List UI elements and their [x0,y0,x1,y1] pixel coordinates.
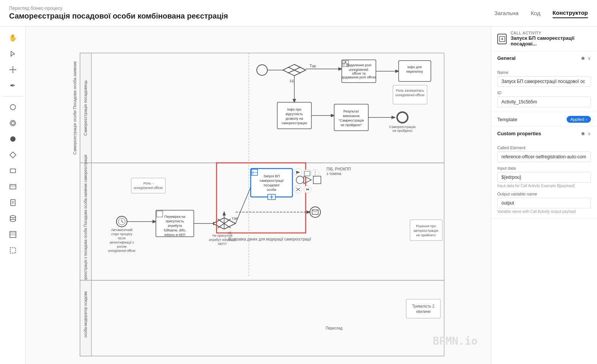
svg-line-141 [312,210,315,212]
svg-rect-151 [406,299,440,318]
svg-text:BPMN.io: BPMN.io [433,335,478,347]
general-title: General [497,55,515,61]
svg-text:ні: ні [228,230,231,235]
hand-tool-button[interactable]: ✋ [5,31,21,45]
svg-point-51 [345,61,346,63]
svg-rect-16 [10,184,16,189]
svg-point-10 [10,105,16,110]
svg-text:перелогіну: перелогіну [406,70,423,73]
svg-rect-15 [10,169,16,173]
svg-point-11 [10,120,16,126]
svg-text:Перегляд: Перегляд [326,326,343,330]
svg-rect-111 [251,169,292,197]
svg-text:Самореєстрація посадовець: Самореєстрація посадовець [83,80,88,136]
svg-text:Відправка даних для модерації : Відправка даних для модерації саморєєстр… [228,237,311,241]
svg-text:unregistered-officer: unregistered-officer [108,249,135,253]
svg-marker-135 [304,176,311,184]
custom-props-body: Called Element Input data Input data for… [491,140,597,218]
svg-text:посадової: посадової [264,183,280,187]
svg-text:Перевірка на: Перевірка на [165,215,185,219]
svg-text:Результат: Результат [344,109,359,113]
diamond-button[interactable] [5,148,21,162]
called-element-label: Called Element [497,145,591,150]
svg-point-12 [11,122,14,125]
svg-text:Самореєстрація з посадова особ: Самореєстрація з посадова особа Посадова… [83,155,88,288]
svg-text:Саморєестрація особи Посадова : Саморєестрація особи Посадова особа-заяв… [72,61,77,155]
svg-text:хвилини: хвилини [416,309,430,314]
cursor-tool-button[interactable] [5,47,21,61]
svg-text:з токена: з токена [327,172,341,176]
name-input[interactable] [497,76,591,87]
circle-small-button[interactable] [5,100,21,114]
svg-text:старт процесу: старт процесу [111,232,132,236]
app-header: Перегляд бізнес-процесу Самореєстрація п… [0,0,597,27]
template-badge-text: Applied [570,117,584,122]
svg-text:атрибута: атрибута [168,224,182,228]
document-button[interactable] [5,196,21,209]
custom-props-section: Custom properties ∨ Called Element Input… [491,127,597,219]
svg-text:дозволу на: дозволу на [286,117,303,120]
custom-props-title: Custom properties [497,131,541,136]
svg-text:відсутність: відсутність [286,112,303,116]
svg-point-13 [10,136,16,142]
circle-filled-button[interactable] [5,132,21,146]
id-label: ID [497,91,591,95]
svg-line-0 [11,51,15,54]
custom-props-dot [581,132,584,135]
db-button[interactable] [5,212,21,225]
id-input[interactable] [497,97,591,107]
svg-text:Запуск БП: Запуск БП [263,174,280,178]
nav-general[interactable]: Загальна [494,8,518,18]
dashed-rect-button[interactable] [5,244,21,257]
svg-text:після: після [118,236,126,240]
move-tool-button[interactable] [5,63,21,77]
section-header-left: General [497,55,515,61]
svg-text:Ні: Ні [290,79,294,83]
svg-rect-29 [10,248,16,253]
svg-rect-37 [80,280,444,356]
pool-button[interactable] [5,228,21,241]
svg-line-142 [315,210,318,212]
svg-text:роллю: роллю [117,245,127,248]
left-toolbar: ✋ ✒ [0,27,26,364]
general-section-body: Name ID [491,65,597,112]
task-button[interactable] [5,180,21,194]
svg-text:КЕП?: КЕП? [218,242,227,246]
svg-text:Так: Так [309,64,316,68]
nav-constructor[interactable]: Конструктор [553,8,588,18]
svg-marker-7 [16,69,16,70]
toolbar-divider-1 [3,96,23,97]
pen-tool-button[interactable]: ✒ [5,79,21,92]
svg-text:Роль -: Роль - [143,181,153,185]
svg-text:особи: особи [267,188,277,192]
rect-button[interactable] [5,164,21,178]
svg-point-134 [296,176,304,184]
svg-text:особа-модератор осадова: особа-модератор осадова [83,291,88,337]
svg-text:unregistered-officer: unregistered-officer [134,186,163,190]
template-badge[interactable]: Applied › [567,116,591,123]
output-variable-hint: Variable name with Call Activity output … [497,209,591,214]
input-data-input[interactable] [497,172,591,183]
svg-text:саморєєстрації: саморєєстрації [259,179,284,183]
name-label: Name [497,70,591,75]
circle-double-button[interactable] [5,116,21,130]
svg-text:присутність: присутність [166,219,184,223]
svg-text:Тривалість 2: Тривалість 2 [412,304,435,308]
svg-text:Роль залишилась: Роль залишилась [396,89,424,92]
page-title: Самореєстрація посадової особи комбінова… [9,12,228,20]
general-section-header[interactable]: General ∨ [491,52,597,65]
called-element-input[interactable] [497,152,591,162]
svg-text:unregistered-: unregistered- [349,68,369,72]
svg-text:авторєєстрацію: авторєєстрацію [413,229,438,233]
nav-code[interactable]: Код [531,8,540,18]
svg-text:"Самреєстрація: "Самреєстрація [339,119,364,122]
custom-props-header-left: Custom properties [497,131,541,136]
output-variable-label: Output variable name [497,192,591,196]
output-variable-input[interactable] [497,198,591,208]
bpmn-canvas[interactable]: Самореєстрація посадовець Саморєестрація… [26,27,491,364]
svg-point-40 [257,65,267,75]
svg-text:Самореєстрацію: Самореєстрацію [389,125,416,129]
svg-text:саморєєстрацію: саморєєстрацію [281,121,307,125]
input-data-label: Input data [497,166,591,170]
custom-props-header[interactable]: Custom properties ∨ [491,127,597,140]
